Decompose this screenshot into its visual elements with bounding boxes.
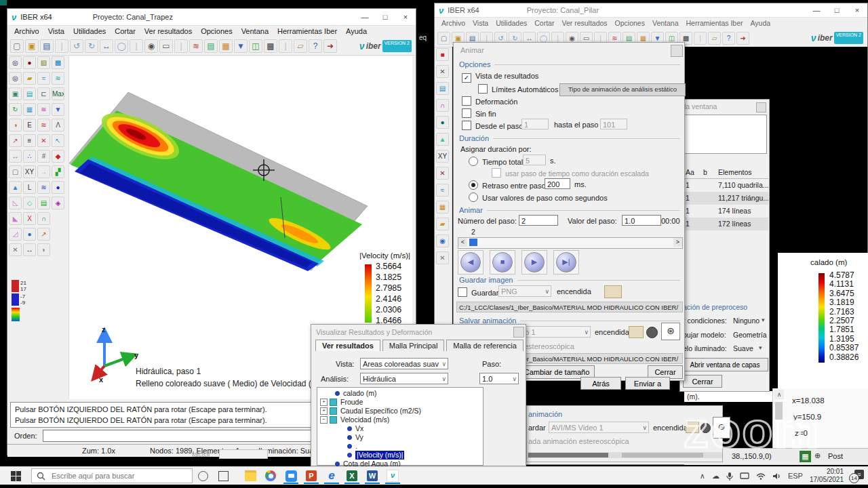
excel-icon[interactable]: X xyxy=(342,468,362,484)
edge-icon[interactable]: e xyxy=(321,468,342,484)
tool-icon[interactable]: ↖ xyxy=(52,134,64,147)
tool-icon[interactable]: ◯ xyxy=(115,39,128,53)
tool-icon[interactable]: ◆ xyxy=(52,150,64,163)
tool-icon[interactable]: ▩ xyxy=(264,39,277,53)
tool-icon[interactable]: ▰ xyxy=(436,218,449,230)
menu-item[interactable]: Cortar xyxy=(534,19,554,30)
deformacion-checkbox[interactable]: Deformación xyxy=(462,96,517,106)
record-indicator-icon[interactable] xyxy=(646,327,658,338)
guardar-checkbox[interactable]: Guardar xyxy=(458,287,498,297)
tool-icon[interactable]: ◣ xyxy=(9,212,22,225)
tool-icon[interactable]: ▤ xyxy=(204,39,218,53)
close-button[interactable]: × xyxy=(395,10,416,24)
analisis-combo[interactable]: Hidráulica∨ xyxy=(360,373,448,384)
paso-combo[interactable]: 1.0∨ xyxy=(479,373,519,384)
zoom-app-icon[interactable] xyxy=(281,468,301,484)
red-range-icon[interactable] xyxy=(12,280,19,292)
tool-icon[interactable]: ◎ xyxy=(9,56,22,69)
notification-center-icon[interactable]: ≡ 14 xyxy=(850,470,864,482)
slider-thumb[interactable] xyxy=(469,239,477,246)
slider-right-arrow[interactable]: > xyxy=(673,238,682,247)
tool-icon[interactable]: ↗ xyxy=(9,134,22,147)
tool-icon[interactable]: ◗ xyxy=(37,243,50,256)
playback-button[interactable]: ▶ xyxy=(521,250,547,274)
playback-button[interactable]: ■ xyxy=(490,250,515,274)
microphone-icon[interactable] xyxy=(726,472,733,481)
tool-icon[interactable]: ▦ xyxy=(219,39,233,53)
folder-button[interactable] xyxy=(629,326,644,338)
tool-icon[interactable]: ▰ xyxy=(23,72,36,85)
start-button[interactable] xyxy=(0,468,31,484)
menu-item[interactable]: Ayuda xyxy=(751,19,771,30)
word-icon[interactable]: W xyxy=(362,468,382,484)
tool-icon[interactable]: ✕ xyxy=(436,65,449,78)
tool-icon[interactable]: ▢ xyxy=(437,32,450,45)
numero-paso-input[interactable]: 2 xyxy=(519,215,558,226)
tool-icon[interactable]: ? xyxy=(309,39,322,53)
minimize-button[interactable]: — xyxy=(355,10,375,24)
minimize-button[interactable]: — xyxy=(806,3,827,17)
tiempo-total-radio[interactable]: Tiempo total: xyxy=(469,157,525,166)
dropdown-arrow-icon[interactable]: ▾ xyxy=(759,344,762,351)
tool-icon[interactable]: E xyxy=(23,119,36,131)
tree-item[interactable]: +Caudal Específico (m2/S) xyxy=(320,407,483,415)
tool-icon[interactable]: → xyxy=(37,165,50,178)
tool-icon[interactable]: ↔ xyxy=(23,243,36,256)
tool-icon[interactable]: ■ xyxy=(436,48,449,61)
titlebar-right[interactable]: ν IBER x64 Proyecto: Canal_Pilar — □ × xyxy=(435,3,867,18)
tool-icon[interactable]: XY xyxy=(436,150,449,163)
tool-icon[interactable]: ✕ xyxy=(37,134,50,147)
limites-checkbox[interactable]: Límites Automáticos xyxy=(478,84,558,94)
tool-icon[interactable]: ↻ xyxy=(9,103,22,116)
table-row[interactable]: 1 7,110 quadrila... xyxy=(682,179,768,192)
close-icon[interactable] xyxy=(756,102,766,113)
slider-left-arrow[interactable]: < xyxy=(458,238,467,247)
wifi-icon[interactable] xyxy=(756,472,766,480)
close-button[interactable]: × xyxy=(847,3,867,17)
menu-item[interactable]: Archivo xyxy=(441,19,465,30)
menu-item[interactable]: Herramientas Iber xyxy=(686,19,743,30)
hasta-paso-input[interactable]: 101 xyxy=(600,119,627,129)
close-icon[interactable] xyxy=(671,45,683,57)
image-path-field[interactable]: C:/1_LCC/Clases/1_Iber_Basico/MATERIAL M… xyxy=(456,302,683,312)
retraso-radio[interactable]: Retraso entre pasos: xyxy=(469,180,551,190)
tool-icon[interactable]: | xyxy=(694,32,707,45)
tree-item[interactable]: +Froude xyxy=(320,398,483,407)
layers-list-box[interactable] xyxy=(683,115,767,154)
tool-icon[interactable]: ≋ xyxy=(52,72,64,85)
titlebar-left[interactable]: ν IBER x64 Proyecto: Canal_Trapez — □ × xyxy=(7,9,416,26)
tool-icon[interactable]: ▤ xyxy=(23,87,36,100)
tool-icon[interactable]: ▦ xyxy=(436,201,449,214)
tool-icon[interactable]: ≈ xyxy=(37,72,50,85)
menu-item[interactable]: Ventana xyxy=(652,19,679,30)
tool-icon[interactable]: | xyxy=(279,39,292,53)
scrollbar-thumb[interactable] xyxy=(528,453,608,458)
language-indicator[interactable]: ESP xyxy=(788,472,803,480)
tool-icon[interactable]: ≋ xyxy=(37,103,50,116)
tool-icon[interactable]: ◇ xyxy=(23,197,36,209)
column-header[interactable]: b xyxy=(703,166,718,178)
tool-icon[interactable]: ◎ xyxy=(9,72,22,85)
tool-icon[interactable]: Max xyxy=(52,87,64,100)
tool-icon[interactable]: ↔ xyxy=(9,150,22,163)
tool-icon[interactable]: ▢ xyxy=(10,39,24,53)
playback-button[interactable]: ◀ xyxy=(458,250,484,274)
chrome-icon[interactable] xyxy=(260,468,281,484)
tool-icon[interactable]: ? xyxy=(722,32,735,45)
tool-icon[interactable]: ◉ xyxy=(144,39,158,53)
tool-icon[interactable]: X xyxy=(23,212,36,225)
tool-icon[interactable]: ● xyxy=(52,181,64,194)
tool-icon[interactable]: ✕ xyxy=(9,243,22,256)
task-view-icon[interactable] xyxy=(213,468,233,484)
tree-item[interactable]: calado (m) xyxy=(320,389,483,398)
tool-icon[interactable]: ≋ xyxy=(37,181,50,194)
dropdown-arrow-icon[interactable]: ▾ xyxy=(762,317,765,323)
tool-icon[interactable]: ▭ xyxy=(159,39,173,53)
tool-icon[interactable]: L xyxy=(23,181,36,194)
rainbow-range-icon[interactable] xyxy=(12,308,20,321)
tool-icon[interactable]: ▤ xyxy=(436,82,449,95)
vista-resultados-checkbox[interactable]: ✓Vista de resultados xyxy=(462,72,538,83)
powerpoint-icon[interactable]: P xyxy=(301,468,321,484)
enviar-button[interactable]: Enviar a xyxy=(625,377,670,390)
tree-item[interactable]: . xyxy=(320,442,483,451)
